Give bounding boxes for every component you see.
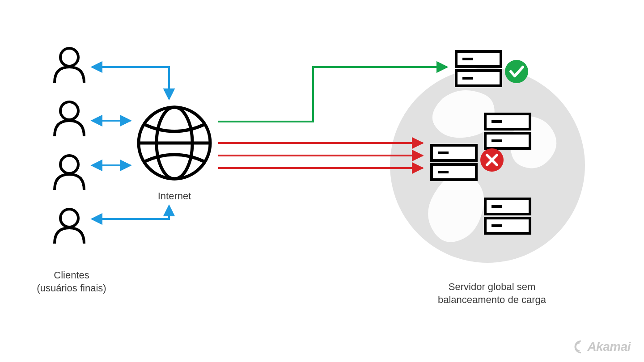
status-up-icon [505, 60, 528, 83]
user-icon [55, 48, 84, 83]
svg-point-24 [505, 60, 528, 83]
svg-point-1 [60, 48, 78, 66]
clients-group [55, 48, 84, 244]
user-icon [55, 102, 84, 136]
brand-text: Akamai [587, 340, 631, 354]
user-icon [55, 156, 84, 190]
status-down-icon [480, 148, 504, 172]
internet-globe-icon [139, 107, 210, 179]
svg-point-2 [60, 102, 78, 120]
user-icon [55, 209, 84, 244]
svg-point-3 [60, 156, 78, 173]
brand-swoosh-icon [572, 340, 585, 354]
internet-label: Internet [148, 190, 201, 203]
arrow-client1-internet [92, 67, 169, 99]
svg-point-4 [60, 209, 78, 227]
servers-label: Servidor global sem balanceamento de car… [425, 281, 559, 306]
brand-logo: Akamai [572, 340, 631, 354]
arrow-client4-internet [92, 206, 169, 219]
clients-label: Clientes (usuários finais) [27, 269, 116, 295]
diagram-canvas [0, 0, 644, 362]
